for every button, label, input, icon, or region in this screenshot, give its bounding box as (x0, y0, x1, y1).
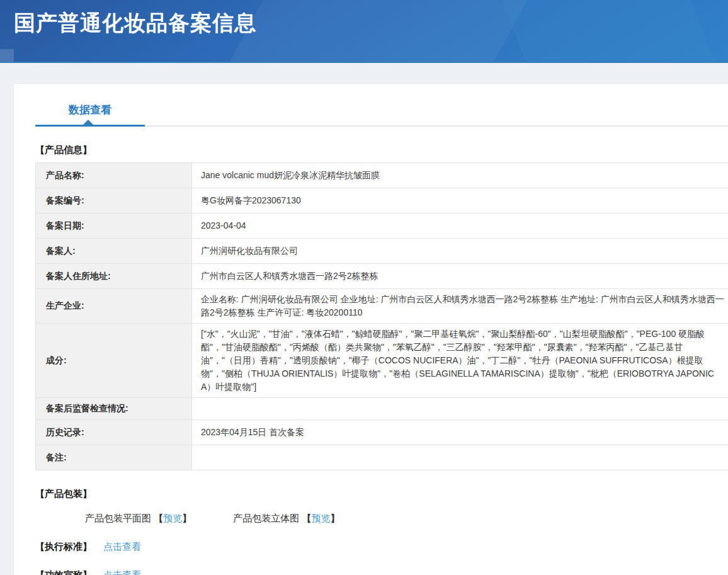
row-value: 广州润研化妆品有限公司 (192, 239, 728, 264)
row-value: ["水"，"火山泥"，"甘油"，"液体石蜡"，"鲸蜡硬脂醇"，"聚二甲基硅氧烷"… (192, 324, 728, 398)
row-label: 备注: (36, 445, 192, 470)
table-row-remarks: 备注: (36, 445, 728, 470)
header-decor-shape (0, 49, 14, 62)
row-value: 企业名称: 广州润研化妆品有限公司 企业地址: 广州市白云区人和镇秀水塘西一路2… (192, 289, 728, 324)
page-header: 国产普通化妆品备案信息 (0, 0, 728, 63)
package-flat-preview-link[interactable]: 预览 (163, 513, 182, 523)
row-label: 成分: (36, 324, 192, 398)
row-label: 产品名称: (36, 163, 192, 188)
table-row-registrant: 备案人: 广州润研化妆品有限公司 (36, 239, 728, 264)
row-value (192, 445, 728, 470)
section-title-product-info: 【产品信息】 (35, 144, 728, 156)
section-title-exec-standard: 【执行标准】 (35, 541, 92, 553)
package-flat-label: 产品包装平面图 (85, 513, 151, 523)
row-value: 2023年04月15日 首次备案 (192, 420, 728, 445)
tab-data-view[interactable]: 数据查看 (35, 103, 145, 117)
row-value (192, 398, 728, 420)
section-title-efficacy-claim: 【功效宣称】 (35, 569, 92, 575)
page-title: 国产普通化妆品备案信息 (0, 0, 728, 38)
package-stereo-group: 产品包装立体图 【预览】 (233, 513, 339, 523)
bracket-open: 【 (154, 513, 163, 523)
section-title-product-package: 【产品包装】 (35, 488, 728, 500)
table-row-product-name: 产品名称: Jane volcanic mud妍泥冷泉冰泥精华抗皱面膜 (36, 163, 728, 188)
row-value: 2023-04-04 (192, 213, 728, 239)
bracket-close: 】 (331, 513, 340, 523)
row-label: 备案人住所地址: (36, 264, 192, 289)
tab-active-pointer-icon (82, 120, 94, 125)
exec-standard-row: 【执行标准】 点击查看 (35, 541, 728, 553)
tab-bar: 数据查看 (35, 103, 728, 127)
bracket-close: 】 (182, 513, 191, 523)
row-label: 备案人: (36, 239, 192, 264)
row-label: 历史记录: (36, 420, 192, 445)
table-row-record-number: 备案编号: 粤G妆网备字2023067130 (36, 188, 728, 213)
table-row-record-date: 备案日期: 2023-04-04 (36, 213, 728, 239)
table-row-history: 历史记录: 2023年04月15日 首次备案 (36, 420, 728, 445)
table-row-registrant-address: 备案人住所地址: 广州市白云区人和镇秀水塘西一路2号2栋整栋 (36, 264, 728, 289)
package-preview-row: 产品包装平面图 【预览】 产品包装立体图 【预览】 (85, 513, 728, 525)
tab-data-view-label: 数据查看 (69, 104, 111, 116)
efficacy-claim-row: 【功效宣称】 点击查看 (35, 569, 728, 575)
product-info-table: 产品名称: Jane volcanic mud妍泥冷泉冰泥精华抗皱面膜 备案编号… (35, 162, 728, 470)
row-label: 生产企业: (36, 289, 192, 324)
row-label: 备案后监督检查情况: (36, 398, 192, 420)
package-flat-group: 产品包装平面图 【预览】 (85, 513, 194, 523)
row-value: 广州市白云区人和镇秀水塘西一路2号2栋整栋 (192, 264, 728, 289)
row-value: 粤G妆网备字2023067130 (192, 188, 728, 213)
exec-standard-view-link[interactable]: 点击查看 (103, 541, 141, 552)
main-area: 数据查看 【产品信息】 产品名称: Jane volcanic mud妍泥冷泉冰… (0, 63, 728, 575)
row-label: 备案日期: (36, 213, 192, 239)
table-row-supervision: 备案后监督检查情况: (36, 398, 728, 420)
table-row-manufacturer: 生产企业: 企业名称: 广州润研化妆品有限公司 企业地址: 广州市白云区人和镇秀… (36, 289, 728, 324)
bracket-open: 【 (302, 513, 312, 523)
package-stereo-preview-link[interactable]: 预览 (312, 513, 331, 523)
table-row-ingredients: 成分: ["水"，"火山泥"，"甘油"，"液体石蜡"，"鲸蜡硬脂醇"，"聚二甲基… (36, 324, 728, 398)
content-card: 数据查看 【产品信息】 产品名称: Jane volcanic mud妍泥冷泉冰… (14, 84, 728, 575)
package-stereo-label: 产品包装立体图 (233, 513, 299, 523)
row-value: Jane volcanic mud妍泥冷泉冰泥精华抗皱面膜 (192, 163, 728, 188)
row-label: 备案编号: (36, 188, 192, 213)
efficacy-claim-view-link[interactable]: 点击查看 (103, 569, 141, 575)
